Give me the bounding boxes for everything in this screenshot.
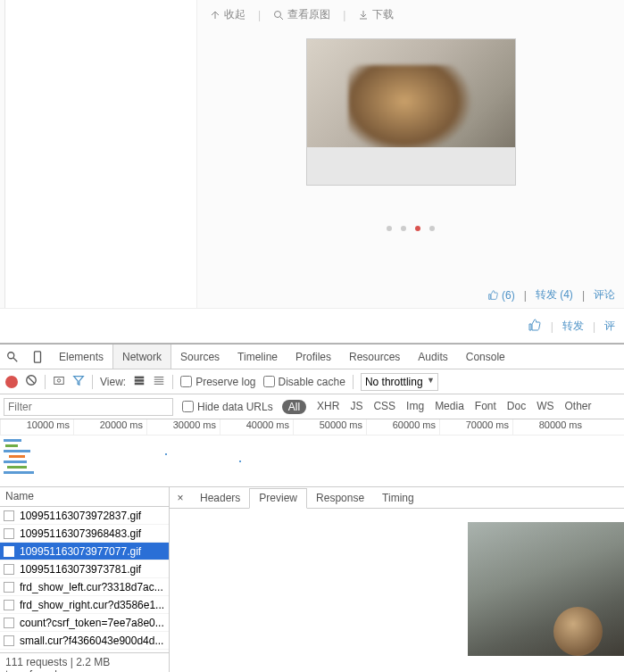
request-row[interactable]: 109951163073968483.gif xyxy=(0,525,169,543)
device-mode-button[interactable] xyxy=(25,351,50,363)
filter-js[interactable]: JS xyxy=(350,400,362,414)
separator: | xyxy=(524,289,527,302)
tab-profiles[interactable]: Profiles xyxy=(287,344,340,369)
ctx-review[interactable]: 评 xyxy=(604,319,615,334)
filter-other[interactable]: Other xyxy=(565,400,592,414)
filter-xhr[interactable]: XHR xyxy=(317,400,339,414)
view-small-button[interactable] xyxy=(153,374,165,389)
separator xyxy=(353,375,354,389)
request-name: frd_show_left.cur?3318d7ac... xyxy=(20,581,163,593)
like-button[interactable]: (6) xyxy=(487,289,515,302)
tab-console[interactable]: Console xyxy=(457,344,514,369)
file-icon xyxy=(4,528,14,539)
network-timeline[interactable]: 10000 ms 20000 ms 30000 ms 40000 ms 5000… xyxy=(0,419,624,487)
request-row[interactable]: 109951163073977077.gif xyxy=(0,543,169,560)
comment-button[interactable]: 评论 xyxy=(594,287,615,303)
filter-input[interactable] xyxy=(4,398,173,416)
collapse-label: 收起 xyxy=(224,7,245,22)
request-row[interactable]: frd_show_right.cur?d3586e1... xyxy=(0,596,169,614)
filter-media[interactable]: Media xyxy=(435,400,464,414)
media-toolbar: 收起 | 查看原图 | 下载 xyxy=(197,0,624,29)
clear-button[interactable] xyxy=(25,374,37,389)
request-name: 109951163073977077.gif xyxy=(20,545,141,558)
detail-tab-response[interactable]: Response xyxy=(307,487,373,508)
record-button[interactable] xyxy=(5,376,18,388)
view-label: View: xyxy=(100,376,126,388)
download-button[interactable]: 下载 xyxy=(358,7,394,22)
filter-doc[interactable]: Doc xyxy=(507,400,526,414)
pager-dots[interactable] xyxy=(197,226,624,231)
tick: 60000 ms xyxy=(366,419,439,435)
media-image[interactable] xyxy=(306,38,516,186)
request-row[interactable]: count?csrf_token=7ee7a8e0... xyxy=(0,614,169,632)
detail-tab-preview[interactable]: Preview xyxy=(249,488,307,509)
tab-audits[interactable]: Audits xyxy=(409,344,456,369)
filter-font[interactable]: Font xyxy=(475,400,496,414)
close-detail-button[interactable]: × xyxy=(170,492,191,504)
preview-pane xyxy=(170,509,624,672)
request-row[interactable]: 109951163073972837.gif xyxy=(0,507,169,525)
tick: 30000 ms xyxy=(146,419,220,435)
dot-2[interactable] xyxy=(401,226,406,231)
svg-point-5 xyxy=(57,379,61,383)
request-name: 109951163073973781.gif xyxy=(20,563,141,576)
post-panel: 收起 | 查看原图 | 下载 (6) | xyxy=(196,0,624,308)
preview-image[interactable] xyxy=(468,522,624,656)
request-list: Name 109951163073972837.gif1099511630739… xyxy=(0,487,170,672)
tick: 20000 ms xyxy=(73,419,146,435)
dot-1[interactable] xyxy=(387,226,392,231)
forward-button[interactable]: 转发 (4) xyxy=(536,287,573,303)
separator: | xyxy=(593,320,595,333)
request-name: count?csrf_token=7ee7a8e0... xyxy=(20,617,164,629)
post-actions: (6) | 转发 (4) | 评论 xyxy=(487,287,615,303)
file-icon xyxy=(4,582,14,593)
separator xyxy=(45,375,46,389)
separator xyxy=(172,375,173,389)
filter-toggle-button[interactable] xyxy=(72,374,85,389)
svg-rect-8 xyxy=(135,383,145,386)
dot-4[interactable] xyxy=(429,226,435,231)
detail-tab-timing[interactable]: Timing xyxy=(373,487,423,508)
request-status-bar: 111 requests | 2.2 MB transferred xyxy=(0,652,169,672)
filter-ws[interactable]: WS xyxy=(537,400,553,414)
filter-all[interactable]: All xyxy=(282,400,306,414)
like-count: (6) xyxy=(502,289,515,302)
view-large-button[interactable] xyxy=(133,374,146,389)
thumbs-up-icon[interactable] xyxy=(528,318,542,335)
view-original-button[interactable]: 查看原图 xyxy=(273,7,330,22)
tab-network[interactable]: Network xyxy=(112,344,171,369)
request-rows: 109951163073972837.gif109951163073968483… xyxy=(0,507,169,652)
ctx-forward[interactable]: 转发 xyxy=(562,319,584,334)
tab-elements[interactable]: Elements xyxy=(50,344,112,369)
capture-screenshot-button[interactable] xyxy=(53,374,65,389)
file-icon xyxy=(4,546,14,557)
detail-tab-headers[interactable]: Headers xyxy=(191,487,249,508)
tick: 50000 ms xyxy=(293,419,366,435)
hide-data-urls-checkbox[interactable]: Hide data URLs xyxy=(182,401,273,413)
svg-point-0 xyxy=(275,11,281,17)
throttling-select[interactable]: No throttling xyxy=(361,373,438,391)
request-row[interactable]: small.cur?f4366043e900d4d... xyxy=(0,632,169,650)
tab-resources[interactable]: Resources xyxy=(340,344,409,369)
preserve-log-checkbox[interactable]: Preserve log xyxy=(180,376,255,388)
request-name: 109951163073968483.gif xyxy=(20,527,141,540)
svg-rect-6 xyxy=(135,377,145,379)
file-icon xyxy=(4,618,14,628)
request-row[interactable]: 109951163073973781.gif xyxy=(0,560,169,578)
request-name: small.cur?f4366043e900d4d... xyxy=(20,635,163,647)
request-row[interactable]: frd_show_left.cur?3318d7ac... xyxy=(0,578,169,596)
separator: | xyxy=(551,320,553,333)
collapse-button[interactable]: 收起 xyxy=(210,7,245,22)
filter-css[interactable]: CSS xyxy=(373,400,395,414)
filter-img[interactable]: Img xyxy=(406,400,424,414)
network-toolbar: View: Preserve log Disable cache No thro… xyxy=(0,369,624,394)
tick: 80000 ms xyxy=(512,419,586,435)
separator: | xyxy=(343,9,345,21)
tab-timeline[interactable]: Timeline xyxy=(229,344,287,369)
request-list-header[interactable]: Name xyxy=(0,487,169,507)
dot-3-current[interactable] xyxy=(415,226,420,231)
disable-cache-checkbox[interactable]: Disable cache xyxy=(263,376,345,388)
devtools-tabbar: Elements Network Sources Timeline Profil… xyxy=(0,344,624,369)
inspect-element-button[interactable] xyxy=(0,351,25,363)
tab-sources[interactable]: Sources xyxy=(171,344,229,369)
